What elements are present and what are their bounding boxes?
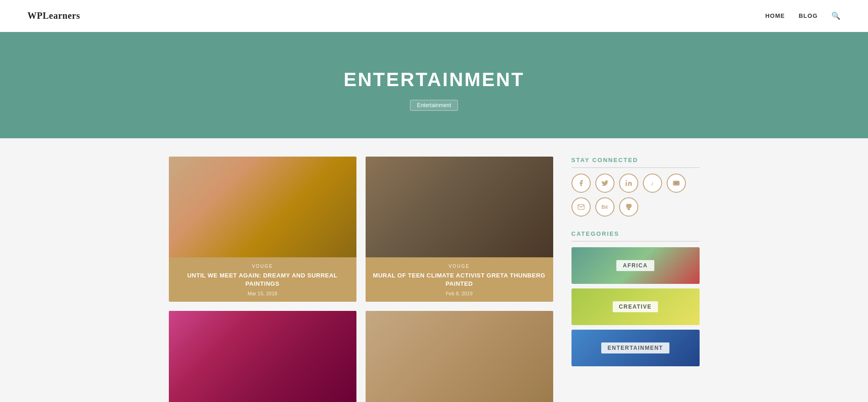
card-image-3	[169, 311, 356, 402]
category-africa[interactable]: AFRICA	[571, 247, 700, 284]
logo[interactable]: WPLearners	[27, 11, 80, 21]
article-card-3[interactable]: VOUGE VINTAGE CHRISTMAS ADS FOR AVON	[169, 311, 356, 402]
linkedin-icon[interactable]	[619, 174, 638, 193]
categories-title: CATEGORIES	[571, 230, 700, 242]
category-africa-label: AFRICA	[616, 260, 654, 271]
category-entertainment-label: ENTERTAINMENT	[601, 342, 669, 353]
page-title: ENTERTAINMENT	[9, 69, 859, 91]
header: WPLearners HOME BLOG 🔍	[0, 0, 868, 32]
category-entertainment[interactable]: ENTERTAINMENT	[571, 330, 700, 366]
card-title-2: MURAL OF TEEN CLIMATE ACTIVIST GRETA THU…	[373, 272, 546, 288]
nav-home[interactable]: HOME	[765, 12, 785, 19]
main-content: VOUGE UNTIL WE MEET AGAIN: DREAMY AND SU…	[160, 138, 709, 402]
article-card-4[interactable]: HEALTH TO PROVE ELECTRIC CAR SAFETY,	[366, 311, 553, 402]
breadcrumb: Entertainment	[410, 100, 458, 111]
card-category-2: VOUGE	[373, 264, 546, 269]
github-icon[interactable]	[619, 197, 638, 217]
card-overlay-1: VOUGE UNTIL WE MEET AGAIN: DREAMY AND SU…	[169, 257, 356, 302]
categories-section: CATEGORIES AFRICA CREATIVE ENTERTAINMENT	[571, 230, 700, 366]
tiktok-icon[interactable]: ♪	[643, 174, 662, 193]
email-icon[interactable]	[571, 197, 591, 217]
card-date-2: Feb 8, 2019	[373, 291, 546, 296]
card-image-2	[366, 157, 553, 257]
card-overlay-2: VOUGE MURAL OF TEEN CLIMATE ACTIVIST GRE…	[366, 257, 553, 302]
card-date-1: Mar 15, 2018	[176, 291, 349, 296]
card-title-1: UNTIL WE MEET AGAIN: DREAMY AND SURREAL …	[176, 272, 349, 288]
stay-connected-title: STAY CONNECTED	[571, 157, 700, 168]
social-icons-group: ♪ Bē	[571, 174, 700, 217]
article-card-2[interactable]: VOUGE MURAL OF TEEN CLIMATE ACTIVIST GRE…	[366, 157, 553, 302]
search-icon[interactable]: 🔍	[831, 11, 841, 20]
article-card-1[interactable]: VOUGE UNTIL WE MEET AGAIN: DREAMY AND SU…	[169, 157, 356, 302]
behance-icon[interactable]: Bē	[595, 197, 615, 217]
svg-point-0	[625, 180, 627, 181]
youtube-icon[interactable]	[667, 174, 686, 193]
twitter-icon[interactable]	[595, 174, 615, 193]
card-category-1: VOUGE	[176, 264, 349, 269]
category-creative-label: CREATIVE	[613, 301, 658, 312]
category-creative[interactable]: CREATIVE	[571, 288, 700, 325]
card-image-4	[366, 311, 553, 402]
nav-blog[interactable]: BLOG	[798, 12, 818, 19]
sidebar: STAY CONNECTED ♪ Bē	[571, 157, 700, 402]
stay-connected-section: STAY CONNECTED ♪ Bē	[571, 157, 700, 217]
hero-section: ENTERTAINMENT Entertainment	[0, 32, 868, 138]
articles-grid: VOUGE UNTIL WE MEET AGAIN: DREAMY AND SU…	[169, 157, 553, 402]
facebook-icon[interactable]	[571, 174, 591, 193]
card-image-1	[169, 157, 356, 257]
main-nav: HOME BLOG 🔍	[765, 11, 841, 20]
